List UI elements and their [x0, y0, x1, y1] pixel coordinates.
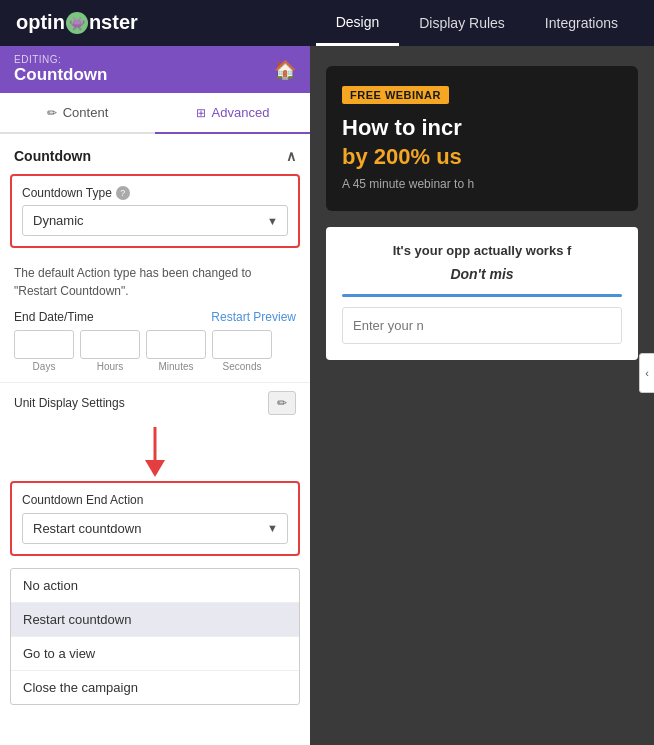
minutes-input[interactable] [147, 332, 206, 357]
panel-toggle-button[interactable]: ‹ [639, 353, 654, 393]
countdown-type-label: Countdown Type ? [22, 186, 288, 200]
datetime-section: End Date/Time Restart Preview ▲ ▼ Days [0, 310, 310, 382]
nav-tab-integrations[interactable]: Integrations [525, 0, 638, 46]
countdown-type-box: Countdown Type ? Dynamic Static Evergree… [10, 174, 300, 248]
red-arrow-annotation [0, 427, 310, 477]
nav-tabs: Design Display Rules Integrations [316, 0, 638, 46]
right-panel-preview: FREE WEBINAR How to incr by 200% us A 45… [310, 46, 654, 745]
top-navigation: optin👾nster Design Display Rules Integra… [0, 0, 654, 46]
seconds-input-box: ▲ ▼ [212, 330, 272, 359]
preview-content: FREE WEBINAR How to incr by 200% us A 45… [310, 46, 654, 745]
main-layout: EDITING: Countdown 🏠 ✏ Content ⊞ Advance… [0, 46, 654, 745]
down-arrow-icon [140, 427, 170, 477]
dropdown-item-restart-countdown[interactable]: Restart countdown [11, 603, 299, 637]
logo-text: optin👾nster [16, 11, 138, 36]
dropdown-item-no-action[interactable]: No action [11, 569, 299, 603]
dropdown-item-close-campaign[interactable]: Close the campaign [11, 671, 299, 704]
promo-headline: How to incr by 200% us [342, 114, 622, 171]
section-title: Countdown [14, 148, 91, 164]
countdown-type-select-wrapper: Dynamic Static Evergreen ▼ [22, 205, 288, 236]
unit-settings-label: Unit Display Settings [14, 396, 125, 410]
white-card: It's your opp actually works f Don't mis [326, 227, 638, 360]
dropdown-item-go-to-view[interactable]: Go to a view [11, 637, 299, 671]
nav-tab-display-rules[interactable]: Display Rules [399, 0, 525, 46]
chevron-up-icon[interactable]: ∧ [286, 148, 296, 164]
minutes-input-box: ▲ ▼ [146, 330, 206, 359]
logo: optin👾nster [16, 11, 138, 36]
editing-info: EDITING: Countdown [14, 54, 107, 85]
promo-card: FREE WEBINAR How to incr by 200% us A 45… [326, 66, 638, 211]
countdown-type-select[interactable]: Dynamic Static Evergreen [22, 205, 288, 236]
home-button[interactable]: 🏠 [274, 59, 296, 81]
unit-settings-edit-button[interactable]: ✏ [268, 391, 296, 415]
hours-input[interactable] [81, 332, 140, 357]
grid-icon: ⊞ [196, 106, 206, 120]
pencil-icon: ✏ [47, 106, 57, 120]
email-input-preview[interactable] [342, 307, 622, 344]
card-body-text: It's your opp actually works f [342, 243, 622, 258]
svg-marker-1 [145, 460, 165, 477]
tab-content[interactable]: ✏ Content [0, 93, 155, 134]
end-action-box: Countdown End Action No action Restart c… [10, 481, 300, 556]
editing-header: EDITING: Countdown 🏠 [0, 46, 310, 93]
card-italic-text: Don't mis [342, 266, 622, 282]
datetime-label: End Date/Time [14, 310, 94, 324]
days-input-group: ▲ ▼ Days [14, 330, 74, 372]
datetime-inputs: ▲ ▼ Days ▲ ▼ Hours [14, 330, 296, 372]
free-webinar-badge: FREE WEBINAR [342, 86, 449, 104]
info-message: The default Action type has been changed… [0, 258, 310, 310]
end-action-select-wrapper: No action Restart countdown Go to a view… [22, 513, 288, 544]
seconds-input-group: ▲ ▼ Seconds [212, 330, 272, 372]
seconds-label: Seconds [223, 361, 262, 372]
left-panel: EDITING: Countdown 🏠 ✏ Content ⊞ Advance… [0, 46, 310, 745]
dropdown-list: No action Restart countdown Go to a view… [10, 568, 300, 705]
hours-label: Hours [97, 361, 124, 372]
restart-preview-link[interactable]: Restart Preview [211, 310, 296, 324]
end-action-label: Countdown End Action [22, 493, 288, 507]
minutes-label: Minutes [158, 361, 193, 372]
days-label: Days [33, 361, 56, 372]
editing-title: Countdown [14, 65, 107, 84]
days-input-box: ▲ ▼ [14, 330, 74, 359]
logo-monster-icon: 👾 [66, 12, 88, 34]
seconds-input[interactable] [213, 332, 272, 357]
hours-input-group: ▲ ▼ Hours [80, 330, 140, 372]
hours-input-box: ▲ ▼ [80, 330, 140, 359]
blue-divider-line [342, 294, 622, 297]
editing-label: EDITING: [14, 54, 107, 65]
section-header-countdown: Countdown ∧ [0, 134, 310, 174]
end-action-select[interactable]: No action Restart countdown Go to a view… [22, 513, 288, 544]
days-input[interactable] [15, 332, 74, 357]
tab-row: ✏ Content ⊞ Advanced [0, 93, 310, 134]
help-icon[interactable]: ? [116, 186, 130, 200]
unit-settings-row: Unit Display Settings ✏ [0, 382, 310, 423]
nav-tab-design[interactable]: Design [316, 0, 400, 46]
minutes-input-group: ▲ ▼ Minutes [146, 330, 206, 372]
tab-advanced[interactable]: ⊞ Advanced [155, 93, 310, 134]
promo-subtext: A 45 minute webinar to h [342, 177, 622, 191]
